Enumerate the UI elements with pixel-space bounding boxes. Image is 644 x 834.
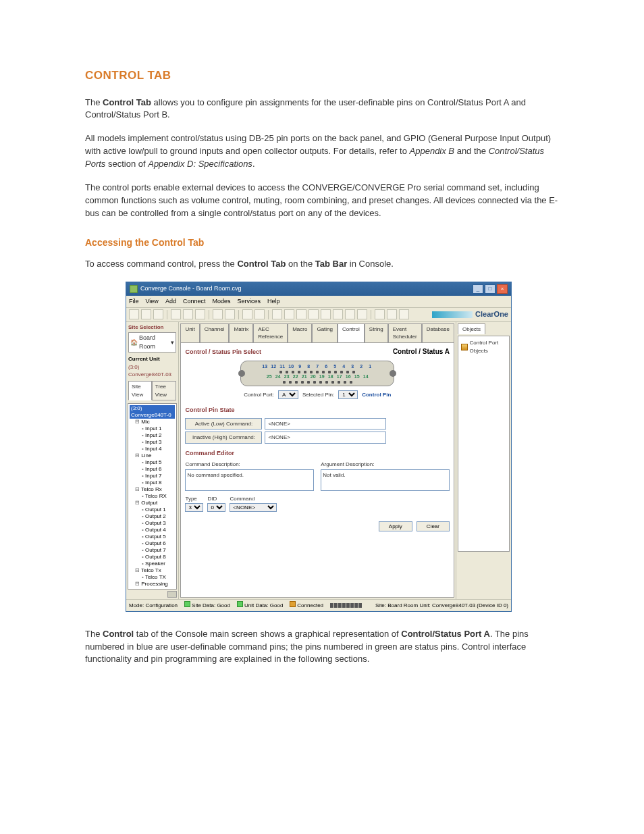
tab-channel[interactable]: Channel (200, 323, 230, 342)
tab-string[interactable]: String (365, 323, 388, 342)
tree-leaf[interactable]: Input 6 (130, 466, 175, 473)
toolbar-button[interactable] (171, 309, 181, 319)
control-port-select[interactable]: A (278, 390, 298, 399)
tree-leaf[interactable]: Output 4 (130, 527, 175, 533)
did-select[interactable]: 0 (207, 503, 225, 512)
arg-desc-textarea[interactable]: Not valid. (321, 469, 450, 491)
menu-help[interactable]: Help (267, 297, 280, 306)
inactive-high-button[interactable]: Inactive (High) Command: (185, 432, 262, 444)
tab-event[interactable]: Event Scheduler (388, 323, 422, 342)
pin[interactable]: 19 (319, 373, 325, 380)
pin[interactable]: 18 (328, 373, 333, 380)
tree-leaf[interactable]: Input 5 (130, 459, 175, 466)
tree-view[interactable]: (3:0) Converge840T-0 Mic Input 1 Input 2… (128, 403, 177, 590)
toolbar-button[interactable] (242, 309, 252, 319)
object-item[interactable]: Control Port Objects (461, 339, 506, 355)
tree-leaf[interactable]: Output 2 (130, 513, 175, 520)
type-select[interactable]: 3 (185, 503, 203, 512)
pin[interactable]: 10 (288, 363, 294, 370)
toolbar-button[interactable] (308, 309, 319, 319)
toolbar-button[interactable] (129, 309, 139, 319)
tree-leaf[interactable]: Output 8 (130, 554, 175, 561)
tree-leaf[interactable]: Input 1 (130, 425, 175, 432)
pin[interactable]: 7 (315, 363, 320, 370)
menu-services[interactable]: Services (237, 297, 261, 306)
tab-database[interactable]: Database (422, 323, 454, 342)
chevron-down-icon[interactable]: ▾ (171, 338, 174, 347)
pin[interactable]: 16 (346, 373, 351, 380)
pin[interactable]: 2 (358, 363, 364, 370)
tree-leaf[interactable]: Input 8 (130, 479, 175, 486)
tree-group-line[interactable]: Line (130, 452, 175, 459)
command-select[interactable]: <NONE> (230, 503, 277, 512)
scrollbar[interactable] (126, 591, 178, 599)
site-select[interactable]: 🏠 Board Room ▾ (128, 332, 176, 353)
tree-group-output[interactable]: Output (130, 500, 175, 506)
toolbar-button[interactable] (195, 309, 205, 319)
toolbar-button[interactable] (387, 309, 397, 319)
tree-group-processing[interactable]: Processing (130, 581, 175, 588)
menu-connect[interactable]: Connect (183, 297, 206, 306)
pin[interactable]: 15 (354, 373, 360, 380)
menu-file[interactable]: File (129, 297, 139, 306)
toolbar-button[interactable] (321, 309, 331, 319)
tree-leaf[interactable]: Process A (130, 588, 175, 590)
pin[interactable]: 17 (337, 373, 342, 380)
tab-matrix[interactable]: Matrix (229, 323, 253, 342)
tab-control[interactable]: Control (338, 323, 365, 342)
active-low-value[interactable]: <NONE> (265, 418, 386, 430)
pin[interactable]: 25 (267, 373, 272, 380)
tree-leaf[interactable]: Speaker (130, 561, 175, 567)
tree-group-telcorx[interactable]: Telco Rx (130, 486, 175, 493)
tree-leaf[interactable]: Output 3 (130, 520, 175, 527)
tree-leaf[interactable]: Input 4 (130, 446, 175, 452)
pin[interactable]: 21 (302, 373, 307, 380)
maximize-button[interactable]: □ (485, 284, 495, 294)
pin[interactable]: 1 (367, 363, 373, 370)
pin[interactable]: 14 (363, 373, 369, 380)
pin[interactable]: 22 (293, 373, 298, 380)
tab-site-view[interactable]: Site View (128, 381, 152, 400)
pin[interactable]: 5 (332, 363, 338, 370)
tree-leaf[interactable]: Output 6 (130, 540, 175, 547)
toolbar-button[interactable] (254, 309, 265, 319)
tree-leaf[interactable]: Input 7 (130, 473, 175, 479)
tree-leaf[interactable]: Telco RX (130, 493, 175, 500)
toolbar-button[interactable] (399, 309, 409, 319)
pin[interactable]: 23 (284, 373, 290, 380)
tab-gating[interactable]: Gating (312, 323, 338, 342)
toolbar-button[interactable] (272, 309, 282, 319)
apply-button[interactable]: Apply (379, 521, 412, 531)
pin[interactable]: 9 (297, 363, 302, 370)
inactive-high-value[interactable]: <NONE> (265, 432, 386, 444)
toolbar-button[interactable] (141, 309, 151, 319)
toolbar-button[interactable] (183, 309, 193, 319)
menu-add[interactable]: Add (165, 297, 176, 306)
tree-group-mic[interactable]: Mic (130, 419, 175, 425)
close-button[interactable]: × (497, 284, 508, 294)
toolbar-button[interactable] (153, 309, 163, 319)
clear-button[interactable]: Clear (417, 521, 450, 531)
pin[interactable]: 3 (350, 363, 355, 370)
tab-tree-view[interactable]: Tree View (152, 381, 177, 400)
toolbar-button[interactable] (375, 309, 385, 319)
menu-modes[interactable]: Modes (212, 297, 230, 306)
tab-objects[interactable]: Objects (458, 323, 485, 335)
tree-leaf[interactable]: Output 7 (130, 547, 175, 554)
tree-leaf[interactable]: Output 1 (130, 506, 175, 513)
selected-pin-select[interactable]: 1 (338, 390, 358, 399)
tab-unit[interactable]: Unit (180, 323, 199, 342)
tree-root[interactable]: (3:0) Converge840T-0 (130, 405, 175, 419)
toolbar-button[interactable] (225, 309, 235, 319)
active-low-button[interactable]: Active (Low) Command: (185, 418, 262, 430)
toolbar-button[interactable] (296, 309, 306, 319)
pin[interactable]: 6 (323, 363, 329, 370)
tab-macro[interactable]: Macro (288, 323, 312, 342)
pin[interactable]: 13 (262, 363, 267, 370)
tree-leaf[interactable]: Output 5 (130, 533, 175, 540)
tab-aec[interactable]: AEC Reference (253, 323, 288, 342)
pin[interactable]: 4 (341, 363, 346, 370)
tree-leaf[interactable]: Input 2 (130, 432, 175, 439)
pin[interactable]: 11 (279, 363, 285, 370)
pin[interactable]: 20 (311, 373, 316, 380)
